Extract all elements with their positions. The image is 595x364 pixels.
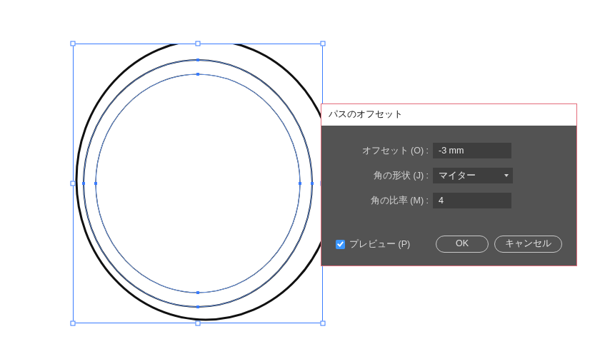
handle-ml[interactable] (71, 181, 76, 186)
joins-select-value: マイター (439, 171, 476, 181)
joins-select[interactable]: マイター (433, 168, 513, 183)
ok-button[interactable]: OK (436, 236, 489, 253)
chevron-down-icon (504, 174, 509, 177)
handle-br[interactable] (321, 321, 326, 326)
cancel-button[interactable]: キャンセル (494, 236, 562, 253)
handle-tm[interactable] (196, 41, 201, 46)
dialog-title-text: パスのオフセット (329, 109, 403, 119)
offset-input[interactable]: -3 mm (433, 143, 511, 158)
handle-tr[interactable] (321, 41, 326, 46)
handle-bl[interactable] (71, 321, 76, 326)
offset-label: オフセット (O) : (336, 145, 433, 157)
handle-bm[interactable] (196, 321, 201, 326)
preview-checkbox[interactable]: プレビュー (P) (336, 238, 430, 251)
miter-input[interactable]: 4 (433, 193, 511, 208)
selection-bounding-box[interactable] (73, 44, 323, 323)
joins-label: 角の形状 (J) : (336, 170, 433, 182)
handle-tl[interactable] (71, 41, 76, 46)
miter-label: 角の比率 (M) : (336, 195, 433, 207)
offset-path-dialog: パスのオフセット オフセット (O) : -3 mm 角の形状 (J) : マイ… (321, 103, 577, 266)
canvas-area: パスのオフセット オフセット (O) : -3 mm 角の形状 (J) : マイ… (0, 0, 595, 364)
dialog-title: パスのオフセット (321, 104, 576, 126)
preview-label: プレビュー (P) (349, 238, 410, 251)
check-icon (336, 240, 345, 249)
